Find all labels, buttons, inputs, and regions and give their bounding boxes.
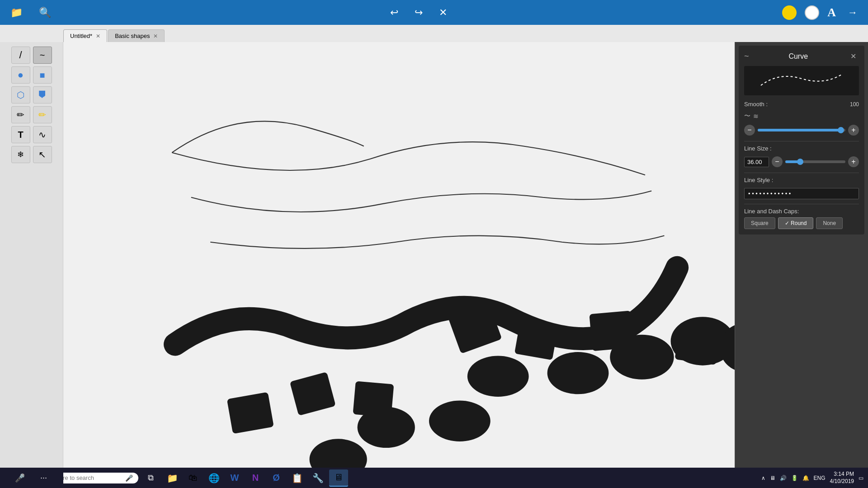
smooth-label: Smooth : (744, 101, 774, 108)
taskbar-app-active[interactable]: 🖥 (329, 469, 348, 487)
text-tool[interactable]: T (11, 126, 30, 143)
taskbar-right: ∧ 🖥 🔊 🔋 🔔 ENG 3:14 PM 4/10/2019 ▭ (761, 471, 863, 485)
smooth-row-label: Smooth : 100 (744, 101, 859, 108)
cap-round-check: ✓ (785, 220, 791, 226)
svg-rect-1 (227, 392, 274, 434)
taskbar: ⊞ 🔍 🎤 ⧉ 📁 🛍 🌐 W N Ø 📋 🔧 🖥 ∧ 🖥 🔊 🔋 🔔 ENG … (0, 468, 868, 488)
rectangle-tool[interactable]: ■ (33, 66, 52, 84)
pencil-tool[interactable]: ✏ (11, 106, 30, 123)
divider-1 (744, 141, 859, 141)
canvas-area[interactable] (63, 42, 735, 468)
ellipse-tool[interactable]: ● (11, 66, 30, 84)
taskbar-desktop-button[interactable]: ▭ (859, 475, 863, 481)
taskbar-battery-icon[interactable]: 🔋 (791, 475, 798, 481)
toolbar-right: A → (782, 5, 861, 20)
white-circle-icon[interactable] (805, 5, 819, 20)
curve-panel-icon: ~ (744, 52, 749, 61)
tab-untitled-label: Untitled* (70, 33, 92, 39)
tool-row-3: ⬡ ⛊ (11, 86, 52, 103)
curve-panel-close[interactable]: ✕ (848, 51, 859, 61)
more-options-icon[interactable]: ··· (35, 469, 52, 487)
cap-round-label: Round (791, 220, 807, 226)
smooth-increase-button[interactable]: + (848, 125, 859, 136)
transform-tool[interactable]: ❄ (11, 146, 30, 163)
tab-basic-shapes-close[interactable]: ✕ (153, 33, 158, 39)
tool-row-6: ❄ ↖ (11, 146, 52, 163)
smooth-slider-thumb[interactable] (838, 127, 844, 133)
curve-panel: ~ Curve ✕ Smooth : 100 〜 ≋ (739, 46, 864, 235)
taskbar-volume-icon[interactable]: 🔊 (780, 475, 787, 481)
file-open-icon[interactable]: 📁 (7, 5, 26, 20)
close-button[interactable]: ✕ (435, 5, 451, 20)
taskbar-app-onenote[interactable]: N (246, 469, 265, 487)
top-toolbar: 📁 🔍 ↩ ↪ ✕ A → (0, 0, 868, 25)
line-style-dropdown[interactable]: • • • • • • • • • • • • (744, 188, 859, 199)
svg-point-13 (610, 335, 674, 380)
drawing-canvas[interactable] (63, 42, 735, 468)
svg-point-11 (467, 356, 529, 397)
taskbar-notification-icon[interactable]: 🔔 (802, 475, 809, 481)
taskbar-app-browser[interactable]: 🌐 (204, 469, 223, 487)
line-size-slider-thumb[interactable] (797, 159, 803, 165)
divider-3 (744, 204, 859, 204)
smooth-decrease-button[interactable]: − (744, 125, 755, 136)
redo-button[interactable]: ↪ (411, 5, 426, 20)
mic-status-icon[interactable]: 🎤 (11, 469, 28, 487)
yellow-circle-icon[interactable] (782, 5, 797, 20)
curve-panel-header: ~ Curve ✕ (744, 51, 859, 61)
left-sidebar: / ~ ● ■ ⬡ ⛊ ✏ ✏ T ∿ ❄ ↖ (0, 42, 63, 468)
highlight-tool[interactable]: ✏ (33, 106, 52, 123)
smooth-slider-fill (758, 129, 841, 131)
tab-basic-shapes[interactable]: Basic shapes ✕ (108, 29, 165, 42)
right-panel: ~ Curve ✕ Smooth : 100 〜 ≋ (735, 42, 868, 468)
line-size-input[interactable] (744, 157, 769, 167)
taskbar-app-store[interactable]: 🛍 (184, 469, 203, 487)
line-size-slider-row: − + (744, 156, 859, 167)
smooth-slider-row: − + (744, 125, 859, 136)
svg-point-9 (429, 400, 491, 441)
smooth-icons-row: 〜 ≋ (744, 112, 859, 120)
taskbar-app-files[interactable]: 📁 (163, 469, 182, 487)
smooth-value: 100 (850, 101, 859, 108)
zoom-icon[interactable]: 🔍 (35, 5, 55, 20)
taskbar-chevron-icon[interactable]: ∧ (761, 475, 765, 481)
caps-label: Line and Dash Caps: (744, 208, 859, 215)
curve-tool[interactable]: ~ (33, 47, 52, 64)
line-size-decrease-button[interactable]: − (772, 156, 783, 167)
navigate-forward-button[interactable]: → (844, 5, 861, 20)
line-size-label: Line Size : (744, 145, 774, 152)
line-tool[interactable]: / (11, 47, 30, 64)
taskbar-app-word[interactable]: W (225, 469, 244, 487)
undo-button[interactable]: ↩ (387, 5, 402, 20)
task-view-button[interactable]: ⧉ (142, 469, 159, 487)
font-icon[interactable]: A (827, 6, 836, 19)
taskbar-time[interactable]: 3:14 PM 4/10/2019 (830, 471, 854, 485)
taskbar-network-icon[interactable]: 🖥 (770, 475, 775, 481)
select-tool[interactable]: ↖ (33, 146, 52, 163)
curve-panel-title: Curve (788, 52, 808, 61)
caps-section: Line and Dash Caps: Square ✓ Round None (744, 208, 859, 229)
cap-round-button[interactable]: ✓ Round (778, 217, 814, 229)
taskbar-mic-icon[interactable]: 🎤 (125, 474, 133, 482)
taskbar-app-outlook[interactable]: Ø (267, 469, 286, 487)
tab-untitled-close[interactable]: ✕ (96, 33, 100, 39)
smooth-min-icon: 〜 (744, 112, 750, 120)
bottom-left-tools: 🎤 ··· (0, 468, 63, 488)
smooth-max-icon: ≋ (753, 113, 759, 120)
line-size-slider-track[interactable] (785, 160, 845, 163)
svg-point-12 (547, 352, 609, 394)
star-tool[interactable]: ⛊ (33, 86, 52, 103)
svg-rect-5 (514, 319, 558, 360)
tab-bar: Untitled* ✕ Basic shapes ✕ (0, 25, 868, 42)
tab-untitled[interactable]: Untitled* ✕ (63, 29, 107, 42)
smooth-slider-track[interactable] (758, 129, 845, 131)
taskbar-app-tools[interactable]: 🔧 (308, 469, 327, 487)
pentagon-tool[interactable]: ⬡ (11, 86, 30, 103)
calligraphy-tool[interactable]: ∿ (33, 126, 52, 143)
taskbar-apps: 📁 🛍 🌐 W N Ø 📋 🔧 🖥 (163, 469, 348, 487)
line-size-increase-button[interactable]: + (848, 156, 859, 167)
cap-none-button[interactable]: None (816, 217, 843, 229)
svg-rect-0 (63, 57, 735, 453)
taskbar-app-files2[interactable]: 📋 (288, 469, 307, 487)
cap-square-button[interactable]: Square (744, 217, 775, 229)
